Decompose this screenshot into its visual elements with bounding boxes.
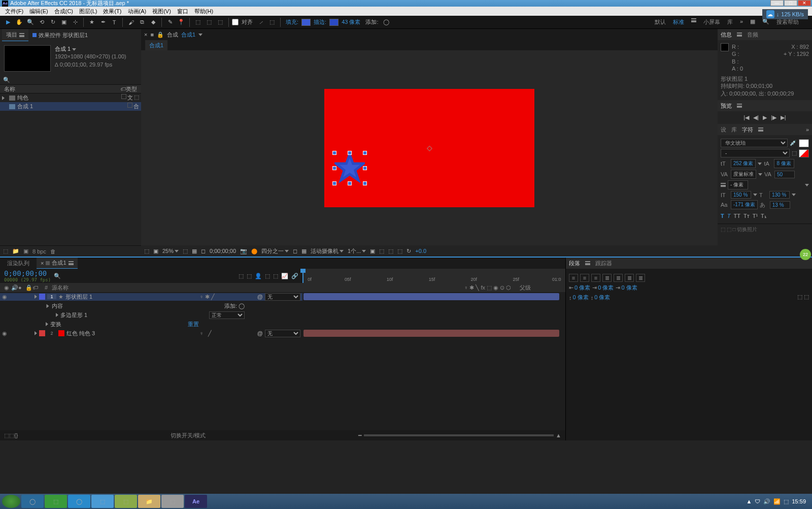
taskbar-app-7[interactable]: ⬚ (161, 495, 184, 508)
workspace-menu-icon[interactable] (691, 18, 696, 22)
graph-editor-icon[interactable]: 📈 (281, 273, 288, 279)
parent-column[interactable]: 父级 (518, 284, 563, 292)
allcaps-button[interactable]: TT (733, 213, 740, 219)
taskbar-app-5[interactable]: ⬚ (115, 495, 137, 508)
full-res-icon[interactable]: ⬚ (183, 248, 188, 254)
orbit-tool[interactable]: ⟲ (37, 17, 47, 27)
space-after-value[interactable]: 0 像素 (594, 294, 610, 301)
reset-exposure-icon[interactable]: ↻ (407, 248, 411, 254)
tag-icon[interactable]: 🏷 (120, 86, 126, 92)
library-tab[interactable]: 库 (731, 126, 737, 134)
snap-opt2-icon[interactable]: ⬚ (267, 17, 277, 27)
taskbar-app-1[interactable]: ◯ (21, 495, 44, 508)
polystar-row[interactable]: 多边星形 1 正常 (0, 310, 565, 320)
zoom-tool[interactable]: 🔍 (25, 17, 36, 27)
add-button[interactable]: ◯ (381, 17, 391, 27)
toggle-switches-button[interactable]: 切换开关/模式 (171, 432, 206, 439)
viewer-lock-icon[interactable]: × (144, 31, 147, 38)
composition-viewport[interactable]: ◇ (141, 50, 718, 245)
lock-column-icon[interactable]: 🔒 (23, 284, 30, 291)
eye-column-icon[interactable]: ◉ (2, 284, 9, 291)
flowchart-icon[interactable]: ⬚ (397, 248, 402, 254)
align-right-button[interactable]: ≡ (591, 274, 600, 282)
align-left-button[interactable]: ≡ (569, 274, 578, 282)
layer-row-2[interactable]: ◉ 2 红色 纯色 3 ♀ ╱ @ 无 (0, 329, 565, 338)
hide-shy-icon[interactable]: 👤 (255, 273, 262, 279)
last-frame-button[interactable]: ▶| (781, 114, 786, 121)
hand-tool[interactable]: ✋ (14, 17, 24, 27)
snap-opt1-icon[interactable]: ⟋ (256, 17, 266, 27)
viewer-comp-name[interactable]: 合成1 (181, 31, 195, 39)
hscale-value[interactable]: 130 % (769, 191, 790, 199)
layer-duration-bar[interactable] (303, 293, 559, 300)
tray-icon-5[interactable]: ⬚ (784, 498, 789, 505)
workspace-library[interactable]: 库 (727, 18, 733, 26)
tsume-value[interactable]: 13 % (770, 201, 790, 209)
kerning-value[interactable]: 度量标准 (731, 170, 756, 179)
system-clock[interactable]: 15:59 (792, 498, 806, 504)
visibility-toggle[interactable]: ◉ (2, 294, 9, 300)
menu-edit[interactable]: 编辑(E) (26, 8, 51, 15)
space-before-value[interactable]: 0 像素 (573, 294, 589, 301)
notification-badge[interactable]: 22 (800, 249, 811, 260)
puppet-tool[interactable]: 📍 (176, 17, 186, 27)
panel-overflow[interactable]: » (806, 126, 809, 133)
star-shape-layer[interactable] (334, 153, 365, 183)
layer-name[interactable]: 形状图层 1 (65, 293, 197, 301)
network-speed-indicator[interactable]: ☁ ↓ 125 KB/s (762, 9, 808, 19)
timeline-ruler[interactable]: 0f 05f 10f 15f 20f 25f 01:0 (302, 269, 565, 283)
render-queue-tab[interactable]: 渲染队列 (3, 258, 33, 269)
taskbar-app-2[interactable]: ⬚ (45, 495, 67, 508)
font-size-value[interactable]: 252 像素 (731, 159, 756, 168)
source-name-column[interactable]: 源名称 (50, 284, 462, 292)
snapshot-icon[interactable]: 📷 (240, 248, 247, 254)
menu-help[interactable]: 帮助(H) (191, 8, 216, 15)
search-help[interactable]: 搜索帮助 (776, 18, 799, 26)
stroke-label[interactable]: 描边: (312, 18, 328, 26)
anchor-tool[interactable]: ⊹ (70, 17, 80, 27)
layer-name-2[interactable]: 红色 纯色 3 (66, 330, 197, 337)
add-content-button[interactable]: ◯ (239, 303, 245, 309)
workspace-small[interactable]: 小屏幕 (703, 18, 720, 26)
snap-checkbox[interactable] (232, 19, 239, 25)
parent-dropdown-2[interactable]: 无 (265, 330, 300, 337)
comp-mini-flowchart-icon[interactable]: ⬚ (239, 273, 244, 279)
views-dropdown[interactable]: 1个... (348, 247, 366, 255)
bold-button[interactable]: T (721, 213, 724, 219)
workspace-default[interactable]: 默认 (655, 18, 666, 26)
brush-tool[interactable]: 🖌 (126, 17, 136, 27)
paragraph-tab[interactable]: 段落 (569, 260, 580, 267)
fill-color-swatch[interactable] (301, 19, 311, 26)
grid-icon[interactable]: ▦ (301, 248, 307, 254)
motion-blur-icon[interactable]: ⬚ (273, 273, 278, 279)
indent-right-value[interactable]: 0 像素 (621, 284, 637, 292)
current-time[interactable]: 0;00;00;00 (210, 248, 236, 254)
minimize-button[interactable]: — (770, 0, 784, 6)
layer-row-1[interactable]: ◉ 1 ★ 形状图层 1 ♀ ✱ ╱ @ 无 (0, 292, 565, 301)
layer-controls-icon[interactable]: ▣ (153, 248, 158, 254)
design-tab[interactable]: 设 (721, 126, 726, 134)
polystar-mode-dropdown[interactable]: 正常 (209, 311, 245, 319)
menu-layer[interactable]: 图层(L) (76, 8, 100, 15)
zoom-in-icon[interactable]: ▲ (556, 432, 561, 438)
composition-thumbnail[interactable] (4, 45, 51, 72)
justify-left-button[interactable]: ≣ (602, 274, 612, 282)
timeline-zoom-slider[interactable] (364, 434, 554, 436)
col-name-header[interactable]: 名称 (4, 85, 120, 93)
font-style-dropdown[interactable]: - (721, 149, 790, 157)
always-preview-icon[interactable]: ⬚ (144, 248, 149, 254)
selection-tool[interactable]: ▶ (3, 17, 13, 27)
visibility-toggle-2[interactable]: ◉ (2, 330, 9, 337)
effect-controls-tab[interactable]: 效果控件 形状图层1 (28, 29, 92, 41)
menu-composition[interactable]: 合成(C) (51, 8, 76, 15)
roto-tool[interactable]: ✎ (165, 17, 175, 27)
local-axis-icon[interactable]: ⬚ (193, 17, 203, 27)
pixel-aspect-icon[interactable]: ▣ (370, 248, 375, 254)
justify-all-button[interactable]: ≣ (636, 274, 645, 282)
character-tab[interactable]: 字符 (742, 126, 753, 134)
tracking-value[interactable]: 50 (774, 171, 795, 178)
interpret-icon[interactable]: ⬚ (3, 248, 8, 254)
smallcaps-button[interactable]: Tт (743, 213, 750, 219)
zoom-out-icon[interactable]: ━ (358, 432, 362, 439)
pen-tool[interactable]: ✒ (98, 17, 108, 27)
